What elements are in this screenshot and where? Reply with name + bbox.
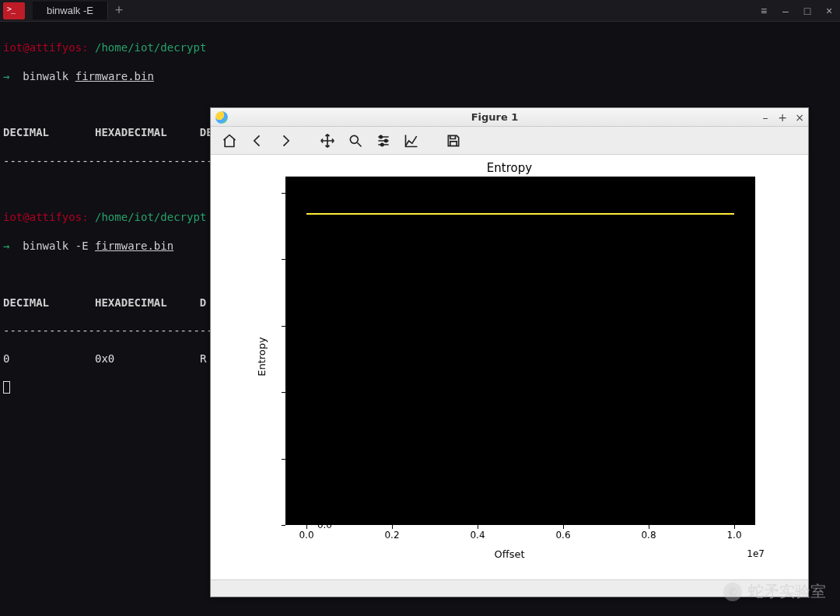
cell-decimal: 0 [3,352,9,365]
xtick-label: 0.4 [470,530,485,541]
figure-title: Figure 1 [233,111,757,123]
terminal-tab[interactable]: binwalk -E [33,2,108,19]
window-titlebar: binwalk -E + ≡ – □ × [0,0,840,22]
cell-desc: R [200,352,206,365]
ytick-label: 0.0 [317,520,332,530]
prompt-user: iot@attifyos [3,211,82,223]
ytick-label: 0.8 [317,254,332,264]
new-tab-button[interactable]: + [108,2,130,19]
command-line: → binwalk firmware.bin [3,69,837,83]
xtick-label: 0.8 [641,530,656,541]
zoom-icon[interactable] [345,130,366,152]
xtick-label: 0.6 [555,530,570,541]
svg-point-3 [381,143,383,145]
prompt-line: iot@attifyos: /home/iot/decrypt [3,40,837,54]
xtick-label: 0.0 [299,530,313,541]
matplotlib-icon [215,111,228,124]
svg-point-2 [385,139,387,142]
y-axis-label: Entropy [256,337,268,376]
plot-title: Entropy [211,161,808,175]
save-icon[interactable] [443,130,464,152]
window-close-button[interactable]: × [818,5,840,17]
ytick-label: 0.2 [317,453,332,464]
prompt-path: /home/iot/decrypt [95,211,206,223]
pan-icon[interactable] [317,130,338,152]
prompt-user: iot@attifyos [3,41,82,54]
cell-hex: 0x0 [95,352,114,365]
command-arg: firmware.bin [75,70,154,82]
figure-titlebar[interactable]: Figure 1 – + × [211,108,808,127]
xtick-label: 0.2 [384,530,399,541]
terminal-app-icon [3,2,25,19]
configure-icon[interactable] [373,130,394,152]
figure-toolbar [211,127,808,155]
forward-icon[interactable] [275,130,296,152]
ytick-label: 0.6 [317,320,332,331]
command-text: binwalk -E [9,240,95,252]
x-axis-scinote: 1e7 [747,548,765,559]
ytick-label: 1.0 [317,187,332,198]
figure-maximize-button[interactable]: + [774,111,791,124]
figure-window[interactable]: Figure 1 – + × Entropy 0.0 0.2 0.4 0.6 0… [210,107,809,597]
home-icon[interactable] [219,130,240,152]
xtick-label: 1.0 [726,530,741,541]
svg-point-1 [380,135,382,138]
figure-canvas[interactable]: Entropy 0.0 0.2 0.4 0.6 0.8 1.0 0.0 0.2 … [211,155,808,579]
plot-area [285,177,755,525]
command-arg: firmware.bin [95,240,173,252]
entropy-series-line [306,213,734,215]
window-maximize-button[interactable]: □ [796,5,818,17]
figure-minimize-button[interactable]: – [757,111,774,124]
menu-button[interactable]: ≡ [753,5,775,17]
figure-statusbar [211,579,808,597]
figure-close-button[interactable]: × [791,111,808,124]
ytick-label: 0.4 [317,387,332,397]
back-icon[interactable] [247,130,268,152]
window-minimize-button[interactable]: – [775,5,796,17]
prompt-path: /home/iot/decrypt [95,41,206,54]
edit-axis-icon[interactable] [401,130,422,152]
command-text: binwalk [9,70,75,82]
svg-point-0 [350,135,358,143]
x-axis-label: Offset [211,548,808,560]
